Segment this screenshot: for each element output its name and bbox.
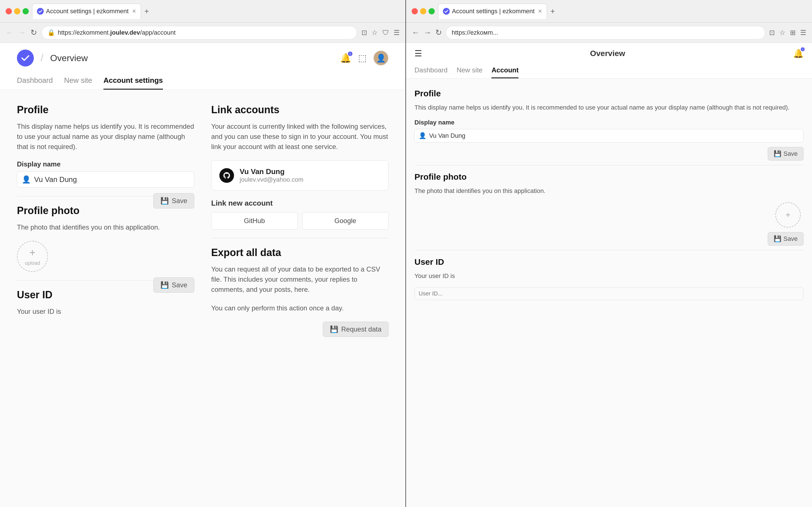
right-tab-bar: Account settings | ezkomment ✕ + xyxy=(438,4,806,19)
browser-chrome-right: Account settings | ezkomment ✕ + xyxy=(406,0,812,22)
reader-icon[interactable]: ⊡ xyxy=(361,29,367,37)
link-new-title: Link new account xyxy=(211,199,389,208)
notifications-btn[interactable]: 🔔 1 xyxy=(340,53,351,63)
r-user-id-input[interactable] xyxy=(414,287,804,300)
address-bar-right: ← → ↻ https://ezkомm... ⊡ ☆ ⊞ ☰ xyxy=(406,22,812,43)
hamburger-icon: ☰ xyxy=(414,49,422,58)
r-forward-btn[interactable]: → xyxy=(423,28,432,37)
right-column: Link accounts Your account is currently … xyxy=(211,104,389,493)
new-tab-btn[interactable]: + xyxy=(142,6,151,17)
back-btn[interactable]: ← xyxy=(6,28,13,37)
right-browser-icons: ⊡ ☆ ⊞ ☰ xyxy=(769,29,806,37)
browser-menu-icons: ⊡ ☆ 🛡 ☰ xyxy=(361,29,400,37)
profile-section: Profile This display name helps us ident… xyxy=(17,104,194,187)
left-window: Account settings | ezkomment ✕ + ← → ↻ 🔒… xyxy=(0,0,406,507)
r-display-name-input[interactable] xyxy=(429,132,799,139)
bookmark-icon[interactable]: ☆ xyxy=(371,29,378,37)
display-name-input-wrapper: 👤 xyxy=(17,172,194,187)
header-title: Overview xyxy=(50,53,88,63)
url-bar[interactable]: 🔒 https://ezkomment.joulev.dev/app/accou… xyxy=(42,26,357,40)
browser-chrome-left: Account settings | ezkomment ✕ + xyxy=(0,0,405,22)
github-link-btn[interactable]: GitHub xyxy=(211,212,298,230)
right-url-bar[interactable]: https://ezkомm... xyxy=(446,26,765,40)
r-upload-circle[interactable]: + xyxy=(775,202,801,228)
forward-btn[interactable]: → xyxy=(18,28,26,37)
r-back-btn[interactable]: ← xyxy=(412,28,419,37)
r-tab-dashboard[interactable]: Dashboard xyxy=(414,63,448,78)
r-user-id-desc: Your user ID is xyxy=(414,271,804,281)
tab-title: Account settings | ezkomment xyxy=(46,8,129,15)
r-refresh-btn[interactable]: ↻ xyxy=(435,28,442,37)
request-data-btn[interactable]: 💾 Request data xyxy=(323,322,389,337)
divider-3 xyxy=(211,238,389,238)
github-icon xyxy=(219,168,234,183)
right-active-tab[interactable]: Account settings | ezkomment ✕ xyxy=(438,4,547,19)
profile-save-btn[interactable]: 💾 Save xyxy=(153,193,194,209)
avatar[interactable]: 👤 xyxy=(373,50,389,66)
right-app-header: ☰ Overview 🔔 1 Dashboard New site Accoun… xyxy=(406,43,812,78)
window-controls xyxy=(6,8,29,14)
r-profile-title: Profile xyxy=(414,89,804,98)
tab-favicon xyxy=(37,8,44,15)
r-profile-section: Profile This display name helps us ident… xyxy=(414,89,804,143)
hamburger-btn[interactable]: ☰ xyxy=(414,48,422,58)
security-icon: 🔒 xyxy=(47,29,55,36)
right-page-body: Profile This display name helps us ident… xyxy=(406,78,812,507)
photo-save-btn[interactable]: 💾 Save xyxy=(153,277,194,293)
right-new-tab-btn[interactable]: + xyxy=(548,6,557,17)
r-minimize-btn[interactable] xyxy=(420,8,426,14)
app-content-right: ☰ Overview 🔔 1 Dashboard New site Accoun… xyxy=(406,43,812,507)
right-notification-area: 🔔 1 xyxy=(793,48,804,58)
upload-label: upload xyxy=(25,260,40,266)
tab-bar-left: Account settings | ezkomment ✕ + xyxy=(32,4,400,19)
url-suffix: /app/account xyxy=(140,29,175,36)
right-tab-close-btn[interactable]: ✕ xyxy=(538,8,542,14)
address-bar-left: ← → ↻ 🔒 https://ezkomment.joulev.dev/app… xyxy=(0,22,405,43)
save-icon: 💾 xyxy=(160,197,169,205)
r-url-display: https://ezkомm... xyxy=(452,29,498,36)
refresh-btn[interactable]: ↻ xyxy=(31,28,37,37)
export-desc1: You can request all of your data to be e… xyxy=(211,264,389,295)
profile-photo-desc: The photo that identifies you on this ap… xyxy=(17,222,194,232)
tab-dashboard[interactable]: Dashboard xyxy=(17,72,53,90)
close-btn[interactable] xyxy=(6,8,12,14)
r-bookmark-icon[interactable]: ☆ xyxy=(779,29,785,37)
r-tab-new-site[interactable]: New site xyxy=(456,63,483,78)
minimize-btn[interactable] xyxy=(14,8,20,14)
right-nav-tabs: Dashboard New site Account xyxy=(414,63,804,78)
profile-photo-section: Profile photo The photo that identifies … xyxy=(17,205,194,272)
maximize-btn[interactable] xyxy=(22,8,29,14)
menu-icon[interactable]: ☰ xyxy=(394,29,400,37)
active-tab[interactable]: Account settings | ezkomment ✕ xyxy=(32,4,141,19)
r-photo-save-btn[interactable]: 💾 Save xyxy=(768,232,804,245)
request-data-label: Request data xyxy=(341,325,382,333)
r-profile-save-btn[interactable]: 💾 Save xyxy=(768,147,804,161)
link-service-btns: GitHub Google xyxy=(211,212,389,230)
upload-circle[interactable]: + upload xyxy=(17,241,48,272)
r-maximize-btn[interactable] xyxy=(428,8,435,14)
breadcrumb-slash: / xyxy=(41,52,43,64)
r-tab-account[interactable]: Account xyxy=(492,63,518,78)
r-profile-photo-section: Profile photo The photo that identifies … xyxy=(414,172,804,232)
tab-account-settings[interactable]: Account settings xyxy=(103,72,163,90)
google-link-btn[interactable]: Google xyxy=(302,212,389,230)
tab-close-btn[interactable]: ✕ xyxy=(132,8,136,14)
r-photo-save-label: Save xyxy=(783,235,798,242)
right-window: Account settings | ezkomment ✕ + ← → ↻ h… xyxy=(406,0,812,507)
r-close-btn[interactable] xyxy=(412,8,418,14)
header-top: / Overview 🔔 1 ⬚ 👤 xyxy=(17,50,389,66)
logout-icon: ⬚ xyxy=(358,53,366,63)
right-header-title: Overview xyxy=(590,49,625,58)
display-name-input[interactable] xyxy=(34,175,190,184)
export-title: Export all data xyxy=(211,247,389,259)
r-menu-icon[interactable]: ☰ xyxy=(800,29,806,37)
r-reader-icon[interactable]: ⊡ xyxy=(769,29,775,37)
url-prefix: https://ezkomment. xyxy=(58,29,110,36)
tab-new-site[interactable]: New site xyxy=(64,72,92,90)
right-tab-title: Account settings | ezkomment xyxy=(452,8,535,15)
logout-btn[interactable]: ⬚ xyxy=(358,53,366,63)
link-accounts-desc: Your account is currently linked with th… xyxy=(211,121,389,152)
export-desc2: You can only perform this action once a … xyxy=(211,303,389,313)
right-notif-badge: 1 xyxy=(801,47,805,51)
r-display-name-input-wrapper: 👤 xyxy=(414,129,804,143)
